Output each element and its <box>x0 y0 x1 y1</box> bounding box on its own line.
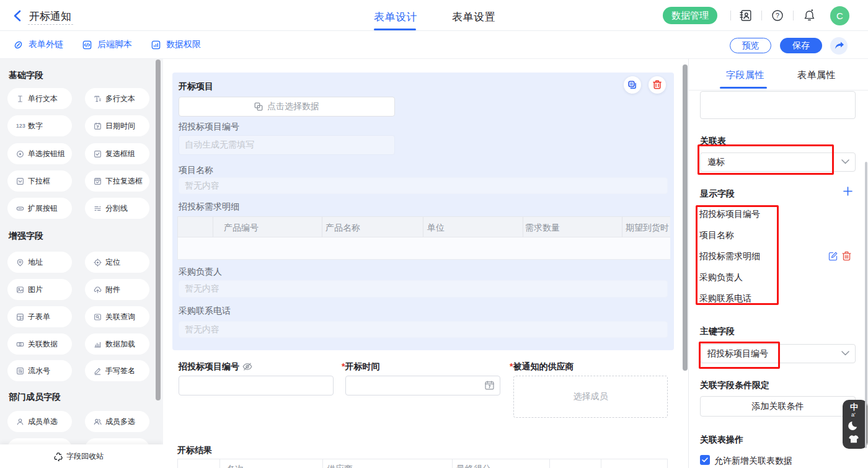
svg-text:?: ? <box>776 12 779 19</box>
